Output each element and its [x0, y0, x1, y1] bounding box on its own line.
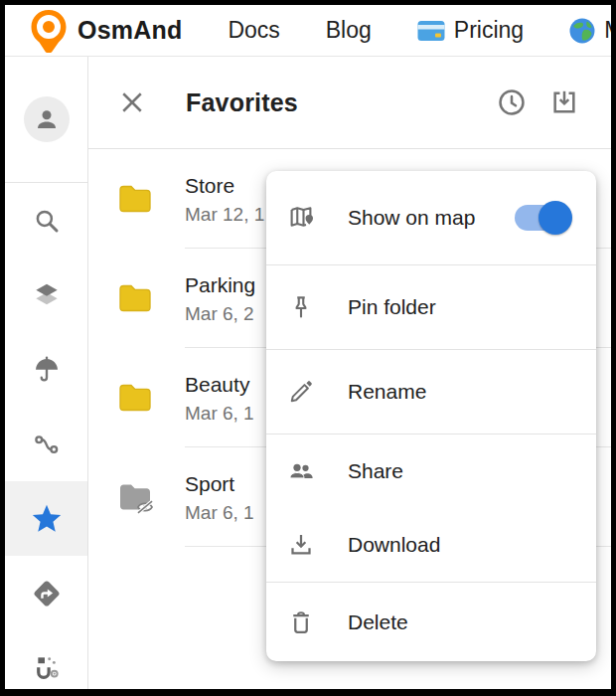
clock-icon [496, 87, 528, 118]
import-icon [548, 87, 580, 118]
folder-date: Mar 6, 2 [185, 301, 255, 326]
main-area: Favorites [5, 57, 611, 689]
folder-name: Sport [185, 470, 254, 497]
sidebar-item-weather[interactable] [5, 332, 87, 407]
folder-name: Parking [185, 271, 255, 298]
layers-icon [31, 279, 63, 311]
pushpin-icon [286, 292, 316, 322]
sidebar-item-plan-route[interactable] [5, 630, 87, 689]
folder-icon [115, 179, 155, 219]
nav-link-blog[interactable]: Blog [326, 17, 372, 44]
folder-date: Mar 6, 1 [185, 500, 254, 525]
menu-item-label: Delete [348, 610, 408, 634]
menu-item-pin-folder[interactable]: Pin folder [266, 265, 596, 349]
download-icon [286, 530, 316, 560]
avatar [24, 96, 70, 142]
menu-item-label: Pin folder [348, 295, 436, 319]
close-icon [117, 87, 147, 117]
menu-item-label: Rename [348, 380, 426, 404]
close-button[interactable] [116, 87, 148, 118]
sidebar-item-account[interactable] [5, 57, 87, 183]
map-pin-icon [286, 203, 316, 233]
trash-icon [286, 608, 316, 637]
sidebar-item-search[interactable] [5, 183, 87, 258]
app-window: OsmAnd Docs Blog Pricing Map [5, 5, 611, 689]
menu-item-download[interactable]: Download [266, 508, 596, 582]
sidebar [5, 57, 88, 689]
folder-date: Mar 6, 1 [185, 401, 254, 426]
top-navbar: OsmAnd Docs Blog Pricing Map [5, 5, 611, 57]
sidebar-item-navigation[interactable] [5, 556, 87, 630]
folder-icon [115, 278, 155, 318]
pencil-icon [286, 377, 316, 407]
import-button[interactable] [547, 86, 581, 119]
nav-link-pricing[interactable]: Pricing [417, 17, 524, 44]
folder-context-menu: Show on map Pin folder [266, 171, 596, 661]
favorites-panel: Favorites [88, 57, 611, 689]
search-icon [32, 206, 62, 236]
nav-link-docs[interactable]: Docs [228, 17, 279, 44]
nav-link-label: Docs [228, 17, 279, 44]
people-icon [286, 456, 316, 486]
folder-name: Store [185, 172, 264, 199]
route-icon [32, 430, 62, 459]
toggle-knob [539, 201, 572, 235]
nav-link-label: Blog [326, 17, 372, 44]
show-on-map-toggle[interactable] [515, 205, 570, 231]
menu-item-show-on-map[interactable]: Show on map [266, 171, 596, 264]
globe-icon [569, 18, 595, 44]
person-icon [32, 104, 62, 134]
menu-item-rename[interactable]: Rename [266, 350, 596, 434]
star-icon [30, 502, 64, 536]
menu-item-delete[interactable]: Delete [266, 583, 596, 661]
folder-icon [115, 378, 155, 418]
sidebar-item-favorites[interactable] [5, 481, 87, 556]
directions-icon [31, 578, 63, 609]
nav-link-label: Pricing [454, 17, 524, 44]
brand-name[interactable]: OsmAnd [77, 16, 182, 45]
recently-visited-button[interactable] [495, 86, 529, 119]
plan-route-icon [31, 652, 63, 684]
sidebar-item-map-layers[interactable] [5, 258, 87, 332]
sidebar-item-tracks[interactable] [5, 407, 87, 481]
panel-header: Favorites [88, 57, 611, 148]
nav-link-map[interactable]: Map [569, 17, 611, 44]
menu-item-label: Share [348, 459, 403, 483]
credit-card-icon [417, 20, 445, 42]
folder-name: Beauty [185, 371, 254, 398]
folder-date: Mar 12, 1 [185, 202, 264, 227]
osmand-logo-icon[interactable] [30, 9, 68, 53]
nav-link-label: Map [604, 17, 611, 44]
eye-off-icon [132, 494, 158, 520]
page-title: Favorites [186, 88, 298, 117]
menu-item-label: Download [348, 533, 440, 557]
menu-item-label: Show on map [348, 206, 475, 230]
umbrella-icon [32, 355, 62, 385]
menu-item-share[interactable]: Share [266, 435, 596, 508]
